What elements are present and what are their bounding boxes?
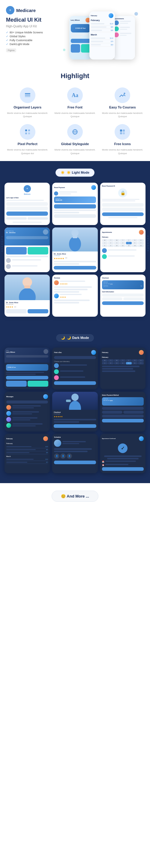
face-scan-screen: Dr. Josie Alice Dermatologist ★★★★ 180 [4,275,50,317]
logo-row: + Medicare [6,6,54,14]
decoration-dot-2 [63,49,65,51]
feature-name: Free Icons [114,142,131,146]
more-section: 😊 And More ... [0,483,150,509]
logo-text: Medicare [16,8,36,13]
light-screens-row-3: Dr. Josie Alice Dermatologist ★★★★ 180 R… [4,275,146,317]
kit-title: Medical UI Kit [6,17,54,24]
light-mode-badge: ☀️ ☀️ Light Mode [55,168,95,177]
checkout-screen: Checkout Debit Card **** **** **** 1234 … [100,275,146,317]
font-icon-text: Aa [72,92,78,98]
appointments-title: Appointments [102,231,112,233]
feature-item: Global Styles [6,35,54,38]
svg-rect-19 [24,285,30,288]
dark-confirm-title: Appointment Confirmed [102,438,116,439]
dark-home-title: Larry Wilson [6,351,15,353]
dark-payment-title: Select Payment Method [102,394,144,396]
dark-checkout-screen: Checkout Cardiologist ★★★★★ [52,392,98,431]
easy-courses-icon [115,87,130,103]
feature-item: 80+ Unique Mobile Screens [6,31,54,34]
reset-pwd-title: Reset Password D [102,185,115,187]
feature-name: Global Styleguide [61,142,89,146]
sun-icon: ☀️ [61,170,65,175]
dark-confirm-screen: Appointment Confirmed ✓ 📅 ⏰ [100,434,146,473]
hero-phone-center: February February $120 $85 $95 March $11… [89,11,115,60]
dark-calendar-title: February [102,351,108,353]
dark-mode-label: 🌙 Dark Mode [67,336,89,340]
svg-rect-11 [123,129,125,132]
global-styleguide-icon [67,124,83,140]
feature-name: Organised Layers [13,105,41,109]
svg-rect-2 [25,96,30,97]
logo-icon: + [6,6,14,14]
dark-messages-title: Messages [6,396,13,398]
header-section: + Medicare Medical UI Kit High-Quality A… [0,0,150,63]
highlight-section: Highlight Organised Layers Morbi viverra… [0,63,150,161]
organised-layers-icon [20,87,35,103]
feature-desc: Morbi viverra dui malesuada hendrerit. Q… [53,112,96,118]
light-screens-row-2: Good Morning Dr. Jessica [4,227,146,272]
dark-messages-screen: Messages [4,392,50,431]
dark-mode-badge: 🌙 🌙 Dark Mode [56,334,93,342]
feature-free-icons: Free Icons Morbi viverra dui malesuada h… [101,124,144,155]
feature-desc: Morbi viverra dui malesuada hendrerit. Q… [101,112,144,118]
svg-point-20 [71,394,79,401]
dark-screens-row-2: Messages [4,392,146,431]
dark-find-doc-screen: Find a Doc Choose your laboratory [52,348,98,390]
light-mode-section: AVAXGFX AVAXGFX ☀️ ☀️ Light Mode + Medic… [0,161,150,327]
right-watermark: AVAXGFX [146,235,149,252]
figma-badge: Figma [6,49,16,52]
light-mode-label: ☀️ Light Mode [67,170,89,175]
doctor-image [52,227,98,251]
dark-screens-row-3: February February $120 $85 $90 March [4,434,146,473]
login-screen: + Medicare Let's sign in Now [4,183,50,225]
header-left: + Medicare Medical UI Kit High-Quality A… [6,6,54,52]
dark-feb-screen: February February $120 $85 $90 March [4,434,50,473]
svg-rect-22 [66,400,71,402]
highlight-title: Highlight [6,72,144,80]
svg-rect-6 [25,132,27,134]
feature-desc: Morbi viverra dui malesuada hendrerit. Q… [6,148,49,155]
dark-screens-row-1: Hello, Larry Wilson COVID-19 Test [4,348,146,390]
left-watermark: AVAXGFX [1,235,4,252]
svg-rect-4 [25,129,27,131]
light-screens-row-1: + Medicare Let's sign in Now [4,183,146,225]
svg-point-14 [71,229,79,237]
hero-phone-left: Larry Wilson COVID-19 Test [69,16,92,60]
feature-name: Easy To Courses [109,105,136,109]
reset-payment-title: Reset Payment [54,187,65,188]
dark-schedule-screen: Schedule 👤 👤 👤 [52,434,98,473]
feature-global-styleguide: Global Styleguide Morbi viverra dui male… [53,124,96,155]
feature-list: 80+ Unique Mobile Screens Global Styles … [6,31,54,46]
svg-rect-7 [28,132,30,134]
dark-find-doc-title: Find a Doc [54,351,62,353]
feature-pixel-perfect: Pixel Perfect Morbi viverra dui malesuad… [6,124,49,155]
header-right: Larry Wilson COVID-19 Test [60,6,144,60]
feature-name: Free Font [68,105,82,109]
feature-item: Fully Customizable [6,39,54,42]
svg-rect-10 [120,129,122,132]
feature-item: Dark/Light Mode [6,43,54,46]
feature-desc: Morbi viverra dui malesuada hendrerit. Q… [53,148,96,155]
hero-phones: Larry Wilson COVID-19 Test [69,7,135,60]
review-screen: Reviews ★★★★★ ★★★★ [52,275,98,317]
dark-feb-title: February [6,438,12,439]
pixel-perfect-icon [20,124,35,140]
dark-home-screen: Hello, Larry Wilson COVID-19 Test [4,348,50,390]
feature-easy-courses: Easy To Courses Morbi viverra dui malesu… [101,87,144,118]
svg-point-18 [19,288,36,300]
home-screen: Good Morning Dr. Jessica [4,227,50,272]
feature-organised-layers: Organised Layers Morbi viverra dui males… [6,87,49,118]
more-button[interactable]: 😊 And More ... [51,491,99,502]
features-grid: Organised Layers Morbi viverra dui males… [6,87,144,155]
dark-calendar-screen: February February M T W T F S S 1 2 3 4 … [100,348,146,390]
checkout-title: Checkout [102,277,109,279]
moon-icon: 🌙 [61,336,65,340]
free-icons-icon [115,124,130,140]
svg-point-15 [69,237,81,251]
kit-subtitle: High-Quality App UI Kit [6,25,54,28]
feature-desc: Morbi viverra dui malesuada hendrerit. Q… [6,112,49,118]
doctor-profile-screen: Dr. Josie Alice Cardiologist ★★★★★ 200 [52,227,98,272]
feature-name: Pixel Perfect [18,142,38,146]
svg-point-21 [69,401,81,410]
svg-rect-12 [120,132,122,134]
